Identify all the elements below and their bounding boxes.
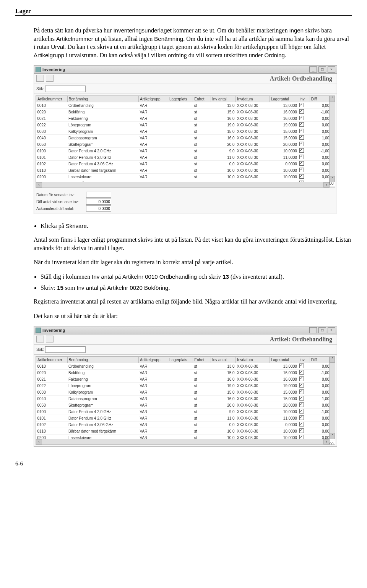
column-header[interactable]: Inv (298, 96, 310, 102)
table-row[interactable]: 0010OrdbehandlingVARst13,0XXXX-08-3013,0… (36, 363, 335, 370)
cell (298, 115, 310, 122)
search-input[interactable] (45, 86, 86, 92)
scrollbar-vertical[interactable]: ˄˅ (329, 357, 335, 439)
cell: st (193, 161, 211, 167)
table-row[interactable]: 0050SkatteprogramVARst20,0XXXX-08-3020,0… (36, 141, 335, 148)
table-row[interactable]: 0021FaktureringVARst16,0XXXX-08-3016,000… (36, 376, 335, 383)
column-header[interactable]: Invdatum (236, 357, 270, 363)
checkbox-icon[interactable] (299, 396, 304, 401)
table-row[interactable]: 0020BokföringVARst15,0XXXX-08-3016,0000-… (36, 109, 335, 115)
checkbox-icon[interactable] (299, 155, 304, 159)
footer-input[interactable] (86, 192, 111, 198)
column-header[interactable]: Artikelgrupp (139, 357, 168, 363)
table-row[interactable]: 0102Dator Pentium 4 3,06 GHzVARst0,0XXXX… (36, 161, 335, 167)
table-row[interactable]: 0021FaktureringVARst16,0XXXX-08-3016,000… (36, 115, 335, 122)
checkbox-icon[interactable] (299, 174, 304, 179)
column-header[interactable]: Lagerplats (168, 357, 193, 363)
column-header[interactable]: Artikelgrupp (139, 96, 168, 102)
column-header[interactable]: Inv antal (211, 96, 235, 102)
column-header[interactable]: Lagerantal (270, 96, 298, 102)
table-row[interactable]: 0200LaserskrivareVARst10,0XXXX-08-3010,0… (36, 174, 335, 180)
table-row[interactable]: 0022LöneprogramVARst19,0XXXX-08-3019,000… (36, 122, 335, 128)
scroll-down-icon[interactable]: ˅ (330, 176, 335, 182)
column-header[interactable]: Enhet (193, 357, 211, 363)
table-row[interactable]: 0101Dator Pentium 4 2,8 GHzVARst11,0XXXX… (36, 415, 335, 422)
column-header[interactable]: Invdatum (236, 96, 270, 102)
table-row[interactable]: 0102Dator Pentium 4 3,06 GHzVARst0,0XXXX… (36, 422, 335, 428)
table-row[interactable]: 0040DatabasprogramVARst16,0XXXX-08-3015,… (36, 396, 335, 402)
checkbox-icon[interactable] (299, 135, 304, 140)
column-header[interactable]: Artikelnummer (36, 357, 68, 363)
toolbar-icon[interactable] (46, 336, 54, 342)
checkbox-icon[interactable] (299, 409, 304, 414)
checkbox-icon[interactable] (299, 109, 304, 114)
checkbox-icon[interactable] (299, 148, 304, 153)
table-row[interactable]: 0100Dator Pentium 4 2,0 GHzVARst9,0XXXX-… (36, 409, 335, 415)
checkbox-icon[interactable] (299, 415, 304, 420)
column-header[interactable]: Lagerantal (270, 357, 298, 363)
checkbox-icon[interactable] (299, 370, 304, 375)
column-header[interactable]: Lagerplats (168, 96, 193, 102)
table-row[interactable]: 0022LöneprogramVARst19,0XXXX-08-3019,000… (36, 383, 335, 389)
column-header[interactable]: Artikelnummer (36, 96, 68, 102)
cell: st (193, 128, 211, 135)
column-header[interactable]: Inv antal (211, 357, 235, 363)
cell: Skatteprogram (67, 141, 139, 148)
scroll-up-icon[interactable]: ˄ (330, 96, 335, 102)
checkbox-icon[interactable] (299, 376, 304, 381)
checkbox-icon[interactable] (299, 363, 304, 368)
scroll-left-icon[interactable]: ‹ (36, 182, 42, 187)
column-header[interactable]: Benämning (67, 357, 139, 363)
toolbar-icon[interactable] (36, 75, 44, 82)
table-row[interactable]: 0100Dator Pentium 4 2,0 GHzVARst9,0XXXX-… (36, 148, 335, 154)
column-header[interactable]: Inv (298, 357, 310, 363)
minimize-button[interactable]: _ (309, 327, 317, 333)
checkbox-icon[interactable] (299, 142, 304, 146)
footer-input[interactable] (86, 205, 111, 212)
checkbox-icon[interactable] (299, 116, 304, 120)
search-input[interactable] (45, 346, 86, 353)
table-row[interactable]: 0110Bärbar dator med färgskärmVARst10,0X… (36, 167, 335, 174)
checkbox-icon[interactable] (299, 129, 304, 133)
scroll-right-icon[interactable]: › (323, 439, 330, 444)
checkbox-icon[interactable] (299, 402, 304, 407)
scroll-right-icon[interactable]: › (323, 182, 330, 187)
toolbar-icon[interactable] (46, 75, 54, 82)
maximize-button[interactable]: □ (318, 66, 326, 73)
table-row[interactable]: 0110Bärbar dator med färgskärmVARst10,0X… (36, 428, 335, 435)
table-row[interactable]: 0030KalkylprogramVARst15,0XXXX-08-3015,0… (36, 128, 335, 135)
table-row[interactable]: 0101Dator Pentium 4 2,8 GHzVARst11,0XXXX… (36, 154, 335, 161)
maximize-button[interactable]: □ (318, 327, 326, 333)
column-header[interactable]: Benämning (67, 96, 139, 102)
table-row[interactable]: 0020BokföringVARst15,0XXXX-08-3016,0000-… (36, 370, 335, 376)
table-row[interactable]: 0010OrdbehandlingVARst13,0XXXX-08-3013,0… (36, 102, 335, 109)
cell: 0101 (36, 154, 68, 161)
scrollbar-horizontal[interactable]: ‹› (36, 439, 330, 444)
column-header[interactable]: Enhet (193, 96, 211, 102)
minimize-button[interactable]: _ (309, 66, 317, 73)
checkbox-icon[interactable] (299, 428, 304, 433)
table-row[interactable]: 0030KalkylprogramVARst15,0XXXX-08-3015,0… (36, 389, 335, 396)
checkbox-icon[interactable] (299, 383, 304, 388)
cell: 15,0000 (270, 389, 298, 396)
cell: Fakturering (67, 376, 139, 383)
scroll-up-icon[interactable]: ˄ (330, 357, 335, 363)
toolbar-icon[interactable] (36, 336, 44, 342)
checkbox-icon[interactable] (299, 422, 304, 426)
checkbox-icon[interactable] (299, 161, 304, 166)
scroll-down-icon[interactable]: ˅ (330, 433, 335, 439)
table-row[interactable]: 0040DatabasprogramVARst16,0XXXX-08-3015,… (36, 135, 335, 141)
close-button[interactable]: × (328, 66, 335, 73)
footer-input[interactable] (86, 199, 111, 205)
cell: 0050 (36, 141, 68, 148)
checkbox-icon[interactable] (299, 168, 304, 172)
close-button[interactable]: × (328, 327, 335, 333)
scroll-left-icon[interactable]: ‹ (36, 439, 42, 444)
checkbox-icon[interactable] (299, 122, 304, 127)
checkbox-icon[interactable] (299, 103, 304, 107)
cell (168, 141, 193, 148)
checkbox-icon[interactable] (299, 389, 304, 394)
scrollbar-vertical[interactable]: ˄˅ (329, 96, 335, 182)
scrollbar-horizontal[interactable]: ‹› (36, 182, 330, 187)
table-row[interactable]: 0050SkatteprogramVARst20,0XXXX-08-3020,0… (36, 402, 335, 409)
